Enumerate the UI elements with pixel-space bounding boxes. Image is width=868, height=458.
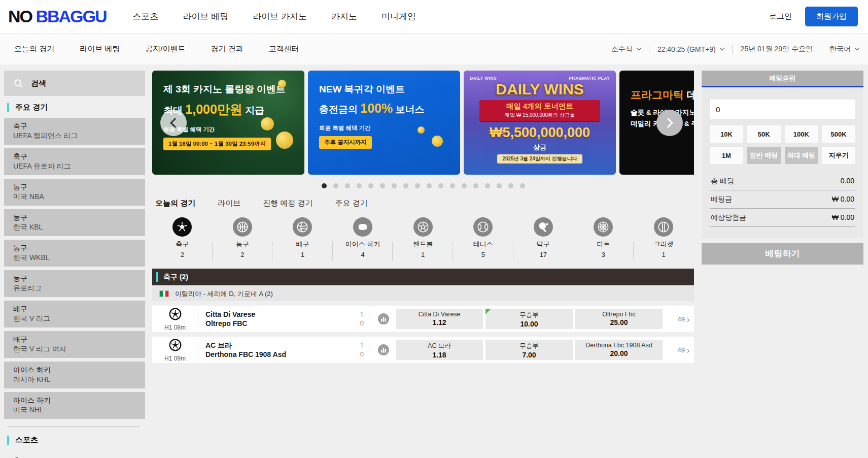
sidebar-item-vleague[interactable]: 배구 한국 V 리그 [4, 301, 145, 328]
odd-away-button[interactable]: Derthona Fbc 1908 Asd 20.00 [575, 340, 663, 360]
carousel-dot[interactable] [462, 183, 467, 188]
carousel-dot[interactable] [345, 183, 350, 188]
subnav-today-games[interactable]: 오늘의 경기 [14, 44, 54, 54]
more-markets-button[interactable]: 49 [663, 346, 689, 354]
carousel-dot[interactable] [485, 183, 490, 188]
carousel-dot[interactable] [322, 183, 327, 188]
language-select[interactable]: 한국어 [829, 45, 859, 54]
half-bet-button[interactable]: 절반 베팅 [747, 147, 781, 164]
sidebar-item-uefa-europa[interactable]: 축구 UEFA 유로파 리그 [4, 148, 145, 175]
match-filter-tabs: 오늘의 경기 라이브 진행 예정 경기 주요 경기 [155, 199, 694, 208]
tab-today-games[interactable]: 오늘의 경기 [155, 199, 195, 208]
chevron-right-icon [686, 318, 689, 321]
nav-minigame[interactable]: 미니게임 [381, 11, 416, 22]
sport-tab-soccer[interactable]: 축구 2 [152, 217, 213, 260]
quick-stake-1m-button[interactable]: 1M [710, 147, 743, 164]
max-bet-button[interactable]: 최대 베팅 [785, 147, 818, 164]
sidebar-item-uefa-champions[interactable]: 축구 UEFA 챔피언스 리그 [4, 118, 145, 145]
nav-live-casino[interactable]: 라이브 카지노 [253, 11, 307, 22]
search-bar[interactable]: 검색 [4, 71, 145, 96]
nav-sports[interactable]: 스포츠 [133, 11, 159, 22]
carousel-dot[interactable] [438, 183, 443, 188]
sport-tab-ice-hockey[interactable]: 아이스 하키 4 [333, 217, 393, 260]
match-period: H1 08m [159, 324, 191, 331]
stake-input[interactable] [710, 100, 855, 119]
nav-live-betting[interactable]: 라이브 베팅 [183, 11, 229, 22]
carousel-dot[interactable] [497, 183, 502, 188]
sport-tab-table-tennis[interactable]: 탁구 17 [513, 217, 574, 260]
cricket-icon [654, 217, 673, 237]
accent-bar [156, 272, 158, 282]
quick-stake-500k-button[interactable]: 500K [822, 125, 855, 143]
signup-button[interactable]: 회원가입 [805, 7, 858, 26]
divider [369, 341, 369, 358]
sport-section-header: 축구 (2) [152, 269, 694, 285]
match-row[interactable]: H1 09m AC 브라 Derthona FBC 1908 Asd 1 0 A… [152, 337, 694, 363]
stats-button[interactable] [377, 344, 390, 356]
carousel-dot[interactable] [450, 183, 455, 188]
carousel-dot[interactable] [403, 183, 408, 188]
place-bet-button[interactable]: 베팅하기 [702, 243, 863, 265]
carousel-prev-button[interactable] [160, 110, 187, 136]
more-markets-button[interactable]: 49 [663, 315, 689, 323]
sport-tab-handball[interactable]: 핸드볼 1 [393, 217, 453, 260]
home-team: AC 브라 [205, 341, 354, 350]
league-header[interactable]: 이탈리아 - 세리에 D, 기로네 A (2) [152, 286, 694, 301]
sport-tab-tennis[interactable]: 테니스 5 [453, 217, 513, 260]
subnav-notice-events[interactable]: 공지/이벤트 [145, 44, 185, 54]
carousel-dot[interactable] [520, 183, 525, 188]
carousel-dot[interactable] [392, 183, 397, 188]
banner-daily-wins[interactable]: DAILY WINS PRAGMATIC PLAY DAILY WINS 매일 … [464, 71, 616, 175]
banner-comeback-event[interactable]: NEW 복귀각 이벤트 충전금의 100% 보너스 회원 특별 혜택 기간 추후… [308, 71, 460, 175]
odd-draw-button[interactable]: 무승부 10.00 [485, 309, 573, 329]
logo[interactable]: NO BBAGGU [8, 7, 107, 26]
odd-draw-button[interactable]: 무승부 7.00 [485, 340, 573, 360]
carousel-dot[interactable] [415, 183, 420, 188]
table-tennis-icon [534, 217, 553, 237]
stats-button[interactable] [377, 313, 390, 325]
login-button[interactable]: 로그인 [769, 12, 792, 21]
sport-tab-cricket[interactable]: 크리켓 1 [634, 217, 694, 260]
carousel-dot[interactable] [508, 183, 513, 188]
carousel-dot[interactable] [473, 183, 478, 188]
sidebar-item-soccer[interactable]: 축구 [4, 450, 145, 458]
quick-stake-10k-button[interactable]: 10K [710, 125, 743, 143]
sports-section-header: 스포츠 [4, 429, 145, 450]
tennis-icon [473, 217, 493, 237]
main-nav: 스포츠 라이브 베팅 라이브 카지노 카지노 미니게임 [133, 11, 416, 22]
carousel-dot[interactable] [380, 183, 385, 188]
sidebar-item-vleague-women[interactable]: 배구 한국 V 리그 여자 [4, 331, 145, 358]
sport-tab-darts[interactable]: 다트 3 [573, 217, 634, 260]
odd-home-button[interactable]: Citta Di Varese 1.12 [396, 309, 483, 329]
nav-casino[interactable]: 카지노 [331, 11, 357, 22]
sidebar-item-wkbl[interactable]: 농구 한국 WKBL [4, 240, 145, 267]
tab-major-games[interactable]: 주요 경기 [335, 199, 368, 208]
carousel-dot[interactable] [368, 183, 373, 188]
sidebar-item-euroleague[interactable]: 농구 유로리그 [4, 270, 145, 297]
quick-stake-50k-button[interactable]: 50K [747, 125, 781, 143]
odd-home-button[interactable]: AC 브라 1.18 [396, 340, 483, 360]
sidebar-item-khl[interactable]: 아이스 하키 러시아 KHL [4, 362, 145, 388]
sport-tab-volleyball[interactable]: 배구 1 [272, 217, 333, 260]
carousel-dot[interactable] [357, 183, 362, 188]
match-row[interactable]: H1 08m Citta Di Varese Oltrepo FBC 1 0 C… [152, 306, 694, 332]
sidebar-item-nhl[interactable]: 아이스 하키 미국 NHL [4, 392, 145, 419]
tab-live[interactable]: 라이브 [218, 199, 240, 208]
tournament-ribbon: 매일 4개의 토너먼트 매일 ₩ 15,000,000원의 상금풀 [479, 100, 600, 121]
carousel-dot[interactable] [333, 183, 338, 188]
sidebar-item-nba[interactable]: 농구 미국 NBA [4, 179, 145, 206]
tab-upcoming[interactable]: 진행 예정 경기 [263, 199, 313, 208]
odd-away-button[interactable]: Oltrepo Fbc 25.00 [575, 309, 663, 329]
quick-stake-100k-button[interactable]: 100K [785, 125, 818, 143]
sport-tab-basketball[interactable]: 농구 2 [213, 217, 273, 260]
carousel-dot[interactable] [427, 183, 432, 188]
clear-button[interactable]: 지우기 [822, 147, 855, 164]
subnav-results[interactable]: 경기 결과 [211, 44, 244, 54]
odds-format-select[interactable]: 소수식 [611, 45, 641, 54]
subnav-support[interactable]: 고객센터 [269, 44, 299, 54]
betslip-header[interactable]: 베팅슬립 [702, 71, 863, 86]
carousel-next-button[interactable] [656, 110, 683, 136]
sidebar-item-kbl[interactable]: 농구 한국 KBL [4, 209, 145, 236]
clock-select[interactable]: 22:40:25 (GMT+9) [657, 45, 724, 53]
subnav-live-betting[interactable]: 라이브 베팅 [80, 44, 120, 54]
